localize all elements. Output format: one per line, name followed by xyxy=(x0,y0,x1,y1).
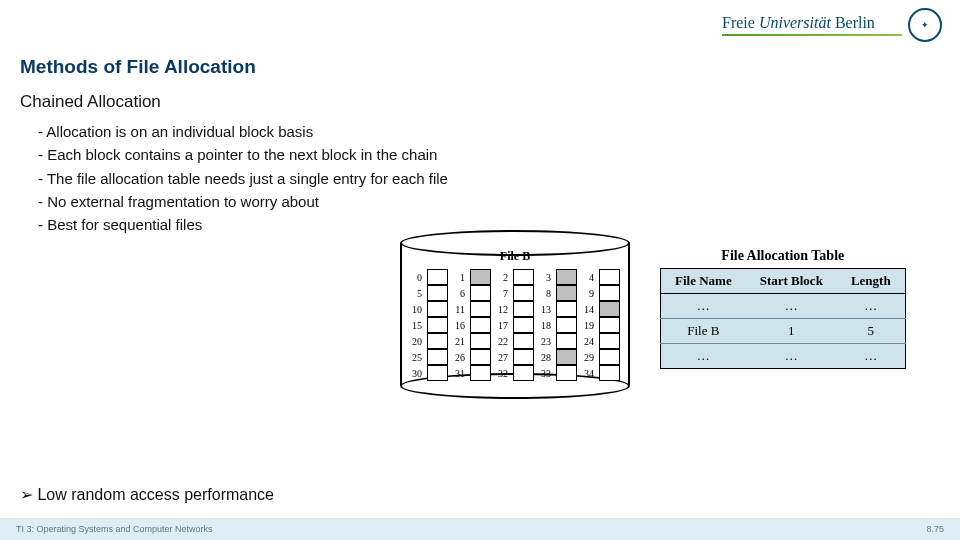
block-index: 22 xyxy=(496,336,508,347)
header-area: Freie Universität Berlin ✦ xyxy=(0,0,960,50)
block-index: 25 xyxy=(410,352,422,363)
block-index: 11 xyxy=(453,304,465,315)
conclusion-line: ➢ Low random access performance xyxy=(20,485,274,504)
disk-block xyxy=(427,269,448,285)
bullet-item: - Allocation is on an individual block b… xyxy=(38,120,940,143)
fat-header: Start Block xyxy=(746,269,837,294)
disk-block xyxy=(556,365,577,381)
disk-block xyxy=(427,285,448,301)
block-index: 18 xyxy=(539,320,551,331)
disk-row: 01234 xyxy=(410,269,620,285)
university-seal-icon: ✦ xyxy=(908,8,942,42)
bullet-item: - The file allocation table needs just a… xyxy=(38,167,940,190)
disk-block xyxy=(599,349,620,365)
disk-block xyxy=(470,317,491,333)
fat-header: Length xyxy=(837,269,905,294)
block-index: 7 xyxy=(496,288,508,299)
logo-underline xyxy=(722,34,902,36)
block-index: 14 xyxy=(582,304,594,315)
disk-block xyxy=(427,365,448,381)
university-logo: Freie Universität Berlin ✦ xyxy=(722,8,942,42)
block-index: 30 xyxy=(410,368,422,379)
block-index: 3 xyxy=(539,272,551,283)
block-index: 28 xyxy=(539,352,551,363)
block-index: 4 xyxy=(582,272,594,283)
fat-cell: 5 xyxy=(837,319,905,344)
disk-block xyxy=(599,301,620,317)
block-index: 8 xyxy=(539,288,551,299)
block-index: 17 xyxy=(496,320,508,331)
disk-row: 56789 xyxy=(410,285,620,301)
disk-row: 3031323334 xyxy=(410,365,620,381)
disk-block xyxy=(470,285,491,301)
logo-word-right: Berlin xyxy=(835,14,875,31)
disk-block xyxy=(470,333,491,349)
bullet-item: - Each block contains a pointer to the n… xyxy=(38,143,940,166)
block-index: 10 xyxy=(410,304,422,315)
fat-cell: … xyxy=(661,344,746,369)
disk-block xyxy=(513,285,534,301)
fat-header: File Name xyxy=(661,269,746,294)
fat-cell: … xyxy=(746,344,837,369)
block-index: 34 xyxy=(582,368,594,379)
disk-block xyxy=(470,349,491,365)
block-index: 31 xyxy=(453,368,465,379)
block-index: 5 xyxy=(410,288,422,299)
disk-block xyxy=(513,349,534,365)
disk-row: 1011121314 xyxy=(410,301,620,317)
block-index: 12 xyxy=(496,304,508,315)
block-index: 16 xyxy=(453,320,465,331)
block-index: 13 xyxy=(539,304,551,315)
block-index: 1 xyxy=(453,272,465,283)
cylinder: File B 012345678910111213141516171819202… xyxy=(400,230,630,399)
table-row: File B 1 5 xyxy=(661,319,906,344)
block-index: 29 xyxy=(582,352,594,363)
bullet-list: - Allocation is on an individual block b… xyxy=(20,120,940,236)
fat-cell: … xyxy=(746,294,837,319)
block-index: 27 xyxy=(496,352,508,363)
disk-block xyxy=(599,365,620,381)
disk-block xyxy=(556,301,577,317)
disk-block xyxy=(427,349,448,365)
slide-footer: TI 3: Operating Systems and Computer Net… xyxy=(0,518,960,540)
fat-cell: File B xyxy=(661,319,746,344)
disk-block xyxy=(599,269,620,285)
disk-block xyxy=(599,285,620,301)
block-index: 24 xyxy=(582,336,594,347)
disk-block xyxy=(556,317,577,333)
logo-text: Freie Universität Berlin xyxy=(722,14,902,36)
block-index: 15 xyxy=(410,320,422,331)
logo-word-left: Freie xyxy=(722,14,755,31)
disk-block xyxy=(513,301,534,317)
disk-block xyxy=(427,333,448,349)
block-index: 2 xyxy=(496,272,508,283)
disk-block xyxy=(599,317,620,333)
fat-cell: 1 xyxy=(746,319,837,344)
disk-cylinder-diagram: File B 012345678910111213141516171819202… xyxy=(400,230,630,399)
diagram-row: File B 012345678910111213141516171819202… xyxy=(400,230,940,399)
block-index: 21 xyxy=(453,336,465,347)
block-index: 9 xyxy=(582,288,594,299)
slide-content: Methods of File Allocation Chained Alloc… xyxy=(0,50,960,399)
disk-block xyxy=(599,333,620,349)
disk-block xyxy=(513,333,534,349)
disk-block xyxy=(470,301,491,317)
block-index: 19 xyxy=(582,320,594,331)
disk-block xyxy=(427,301,448,317)
disk-rows: 0123456789101112131415161718192021222324… xyxy=(410,269,620,381)
file-allocation-table: File Name Start Block Length … … … File … xyxy=(660,268,906,369)
page-title: Methods of File Allocation xyxy=(20,56,940,78)
block-index: 33 xyxy=(539,368,551,379)
disk-row: 2526272829 xyxy=(410,349,620,365)
bullet-item: - No external fragmentation to worry abo… xyxy=(38,190,940,213)
block-index: 20 xyxy=(410,336,422,347)
table-row: … … … xyxy=(661,294,906,319)
footer-right: 8.75 xyxy=(926,524,944,534)
disk-block xyxy=(513,365,534,381)
section-heading: Chained Allocation xyxy=(20,92,940,112)
block-index: 6 xyxy=(453,288,465,299)
disk-block xyxy=(427,317,448,333)
table-row: … … … xyxy=(661,344,906,369)
file-label: File B xyxy=(410,249,620,264)
disk-block xyxy=(513,317,534,333)
